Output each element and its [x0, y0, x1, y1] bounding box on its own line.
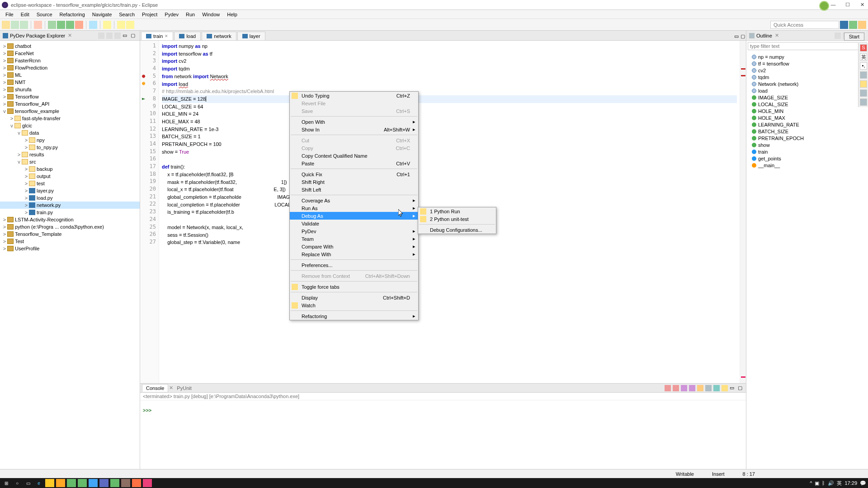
tree-item-to-npy-py[interactable]: >to_npy.py	[0, 144, 140, 151]
tray-up-icon[interactable]: ^	[810, 480, 812, 486]
menu-run[interactable]: Run	[182, 12, 198, 17]
ext-tools-button[interactable]	[75, 21, 83, 29]
tree-item-facenet[interactable]: >FaceNet	[0, 50, 140, 57]
search-button[interactable]	[103, 21, 111, 29]
overview-ruler[interactable]	[740, 41, 746, 383]
console-min-icon[interactable]: ▭	[730, 385, 736, 391]
menu-pydev[interactable]: Pydev	[161, 12, 182, 17]
new-class-button[interactable]	[89, 21, 97, 29]
outline-item-np---numpy[interactable]: np = numpy	[748, 53, 866, 60]
editor-tab-load[interactable]: load	[174, 32, 201, 40]
minimize-button[interactable]: —	[829, 2, 837, 8]
run-button[interactable]	[57, 21, 65, 29]
tree-item-nmt[interactable]: >NMT	[0, 79, 140, 86]
app-icon-3[interactable]	[78, 479, 87, 487]
console-body[interactable]: >>>	[140, 400, 746, 478]
tree-item-fasterrcnn[interactable]: >FasterRcnn	[0, 57, 140, 64]
console-open-icon[interactable]	[722, 385, 728, 391]
tree-item-data[interactable]: vdata	[0, 129, 140, 136]
menu-source[interactable]: Source	[33, 12, 56, 17]
tray-tool-icon[interactable]	[860, 99, 867, 106]
outline-item-load[interactable]: load	[748, 87, 866, 94]
menu-project[interactable]: Project	[138, 12, 161, 17]
editor-tab-train[interactable]: train✕	[141, 32, 173, 40]
tree-item-chatbot[interactable]: >chatbot	[0, 42, 140, 50]
menu-file[interactable]: File	[2, 12, 17, 17]
search-button-tb[interactable]: ○	[13, 479, 22, 487]
outline-item-tqdm[interactable]: tqdm	[748, 74, 866, 80]
tree-item-src[interactable]: vsrc	[0, 158, 140, 165]
console-removeall-icon[interactable]	[689, 385, 695, 391]
close-button[interactable]: ✕	[858, 2, 866, 8]
start-button[interactable]: Start	[844, 33, 864, 41]
menu-refactoring[interactable]: Refactoring	[56, 12, 89, 17]
ctx-shift-right[interactable]: Shift Right	[290, 178, 418, 186]
package-tree[interactable]: >chatbot>FaceNet>FasterRcnn>FlowPredicti…	[0, 41, 140, 478]
ctx-shift-left[interactable]: Shift Left	[290, 186, 418, 193]
tree-item-fast-style-transfer[interactable]: >fast-style-transfer	[0, 115, 140, 122]
ctx-run-as[interactable]: Run As▸	[290, 204, 418, 212]
outline-item---main--[interactable]: __main__	[748, 162, 866, 169]
perspective-pydev[interactable]	[840, 21, 848, 29]
tray-bt-icon[interactable]: ᛒ	[822, 480, 825, 486]
outline-item-hole-min[interactable]: HOLE_MIN	[748, 108, 866, 114]
tray-dot-icon[interactable]: •,	[860, 62, 867, 70]
outline-item-cv2[interactable]: cv2	[748, 67, 866, 74]
panel-close-icon[interactable]: ✕	[68, 33, 72, 38]
tree-item-output[interactable]: >output	[0, 173, 140, 180]
ctx-coverage-as[interactable]: Coverage As▸	[290, 197, 418, 204]
ctx-validate[interactable]: Validate	[290, 220, 418, 227]
tray-user-icon[interactable]	[860, 89, 867, 97]
perspective-open[interactable]	[858, 21, 866, 29]
ctx-copy-context-qualified-name[interactable]: Copy Context Qualified Name	[290, 152, 418, 160]
ctx-display[interactable]: DisplayCtrl+Shift+D	[290, 294, 418, 301]
outline-item-show[interactable]: show	[748, 141, 866, 148]
ctx-compare-with[interactable]: Compare With▸	[290, 243, 418, 250]
editor-tab-layer[interactable]: layer	[237, 32, 265, 40]
tray-vol-icon[interactable]: 🔊	[828, 480, 834, 486]
ctx-toggle-force-tabs[interactable]: Toggle force tabs	[290, 283, 418, 291]
outline-item-network--network-[interactable]: Network (network)	[748, 80, 866, 87]
save-all-button[interactable]	[20, 21, 28, 29]
tree-item-glcic[interactable]: vglcic	[0, 122, 140, 129]
outline-item-batch-size[interactable]: BATCH_SIZE	[748, 128, 866, 135]
edge-icon[interactable]: e	[34, 479, 43, 487]
console-display-icon[interactable]	[713, 385, 720, 391]
app-icon-4[interactable]	[89, 479, 98, 487]
editor-max-icon[interactable]: ▢	[741, 33, 745, 39]
quick-access-input[interactable]	[770, 21, 839, 29]
menu-navigate[interactable]: Navigate	[89, 12, 115, 17]
tree-item-tensorflow-api[interactable]: >Tensorflow_API	[0, 100, 140, 108]
console-tab-close-icon[interactable]: ✕	[169, 385, 173, 391]
tree-item-npy[interactable]: >npy	[0, 136, 140, 144]
outline-item-train[interactable]: train	[748, 148, 866, 155]
tray-face-icon[interactable]	[860, 80, 867, 88]
ctx-debug-as[interactable]: Debug As▸	[290, 212, 418, 220]
ctx-2-python-unit-test[interactable]: 2 Python unit-test	[418, 215, 496, 223]
tray-notif-icon[interactable]: 💬	[860, 480, 866, 486]
menu-edit[interactable]: Edit	[17, 12, 33, 17]
console-clear-icon[interactable]	[665, 385, 671, 391]
console-tab[interactable]: Console	[142, 384, 168, 392]
toggle-button[interactable]	[34, 21, 42, 29]
link-editor-icon[interactable]	[106, 33, 113, 39]
app-icon-2[interactable]	[67, 479, 76, 487]
outline-filter-input[interactable]	[748, 42, 867, 50]
outline-list[interactable]: np = numpytf = tensorflowcv2tqdmNetwork …	[746, 52, 868, 478]
ctx-debug-configurations---[interactable]: Debug Configurations...	[418, 226, 496, 234]
tray-lang-icon[interactable]: 英	[837, 480, 842, 487]
tree-item-lstm-activity-recognition[interactable]: >LSTM-Activity-Recognition	[0, 216, 140, 223]
tray-s-icon[interactable]: S	[860, 44, 867, 52]
tree-item-tensorflow-template[interactable]: >Tensorflow_Template	[0, 230, 140, 238]
context-submenu-debug-as[interactable]: 1 Python Run2 Python unit-testDebug Conf…	[418, 207, 496, 234]
debug-button[interactable]	[48, 21, 56, 29]
tree-item-tensorflow[interactable]: >Tensorflow	[0, 93, 140, 100]
tree-item-test[interactable]: >Test	[0, 238, 140, 245]
tray-time[interactable]: 17:29	[844, 480, 857, 486]
tray-net-icon[interactable]: ▣	[815, 480, 819, 486]
start-menu-button[interactable]: ⊞	[2, 479, 11, 487]
tree-item-backup[interactable]: >backup	[0, 165, 140, 173]
ctx-open-with[interactable]: Open With▸	[290, 118, 418, 126]
ctx-refactoring[interactable]: Refactoring▸	[290, 312, 418, 320]
outline-item-learning-rate[interactable]: LEARNING_RATE	[748, 121, 866, 128]
